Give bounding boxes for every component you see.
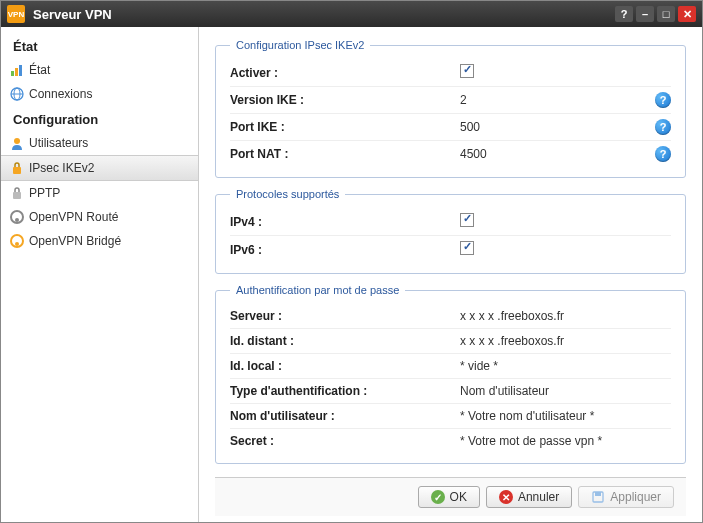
ok-button[interactable]: ✓ OK [418,486,480,508]
label-local-id: Id. local : [230,359,460,373]
row-ike-version: Version IKE : 2 ? [230,87,671,114]
sidebar-item-label: IPsec IKEv2 [29,161,94,175]
fieldset-auth: Authentification par mot de passe Serveu… [215,284,686,464]
ok-icon: ✓ [431,490,445,504]
label-secret: Secret : [230,434,460,448]
sidebar-item-label: OpenVPN Bridgé [29,234,121,248]
sidebar-item-ovpn-route[interactable]: OpenVPN Routé [1,205,198,229]
sidebar-item-users[interactable]: Utilisateurs [1,131,198,155]
legend-ipsec: Configuration IPsec IKEv2 [230,39,370,51]
sidebar-item-label: État [29,63,50,77]
window-title: Serveur VPN [33,7,612,22]
sidebar-item-connections[interactable]: Connexions [1,82,198,106]
svg-point-10 [15,218,19,222]
sidebar-item-state[interactable]: État [1,58,198,82]
cancel-label: Annuler [518,490,559,504]
cancel-button[interactable]: ✕ Annuler [486,486,572,508]
svg-rect-0 [11,71,14,76]
ovpn-orange-icon [9,233,25,249]
row-activate: Activer : [230,59,671,87]
help-icon[interactable]: ? [655,146,671,162]
label-nat-port: Port NAT : [230,147,460,161]
sidebar-item-label: PPTP [29,186,60,200]
close-button[interactable]: ✕ [678,6,696,22]
user-icon [9,135,25,151]
apply-icon [591,490,605,504]
legend-auth: Authentification par mot de passe [230,284,405,296]
label-username: Nom d'utilisateur : [230,409,460,423]
ovpn-icon [9,209,25,225]
row-remote-id: Id. distant : x x x x .freeboxos.fr [230,329,671,354]
value-ike-port: 500 [460,120,649,134]
row-nat-port: Port NAT : 4500 ? [230,141,671,167]
lock-grey-icon [9,185,25,201]
value-ike-version: 2 [460,93,649,107]
label-remote-id: Id. distant : [230,334,460,348]
label-ipv4: IPv4 : [230,215,460,229]
cancel-icon: ✕ [499,490,513,504]
sidebar-item-label: Connexions [29,87,92,101]
row-server: Serveur : x x x x .freeboxos.fr [230,304,671,329]
lock-icon [9,160,25,176]
window-body: État État Connexions Configuration Utili… [1,27,702,522]
svg-rect-2 [19,65,22,76]
sidebar-item-ovpn-bridge[interactable]: OpenVPN Bridgé [1,229,198,253]
label-activate: Activer : [230,66,460,80]
sidebar-item-ipsec[interactable]: IPsec IKEv2 [1,155,198,181]
content-area: Configuration IPsec IKEv2 Activer : Vers… [199,27,702,522]
app-icon: VPN [7,5,25,23]
label-ike-port: Port IKE : [230,120,460,134]
legend-protocols: Protocoles supportés [230,188,345,200]
sidebar-item-label: Utilisateurs [29,136,88,150]
checkbox-ipv4[interactable] [460,213,474,227]
checkbox-activate[interactable] [460,64,474,78]
fieldset-ipsec: Configuration IPsec IKEv2 Activer : Vers… [215,39,686,178]
svg-point-6 [14,138,20,144]
value-remote-id: x x x x .freeboxos.fr [460,334,671,348]
label-server: Serveur : [230,309,460,323]
apply-label: Appliquer [610,490,661,504]
row-username: Nom d'utilisateur : * Votre nom d'utilis… [230,404,671,429]
chart-icon [9,62,25,78]
label-auth-type: Type d'authentification : [230,384,460,398]
value-server: x x x x .freeboxos.fr [460,309,671,323]
globe-icon [9,86,25,102]
ok-label: OK [450,490,467,504]
sidebar-section-state: État [1,33,198,58]
svg-point-12 [15,242,19,246]
sidebar-item-pptp[interactable]: PPTP [1,181,198,205]
value-auth-type: Nom d'utilisateur [460,384,671,398]
minimize-button[interactable]: – [636,6,654,22]
label-ipv6: IPv6 : [230,243,460,257]
value-local-id: * vide * [460,359,671,373]
help-icon[interactable]: ? [655,119,671,135]
app-window: VPN Serveur VPN ? – □ ✕ État État Connex… [0,0,703,523]
sidebar: État État Connexions Configuration Utili… [1,27,199,522]
svg-rect-8 [13,192,21,199]
label-ike-version: Version IKE : [230,93,460,107]
value-secret: * Votre mot de passe vpn * [460,434,671,448]
fieldset-protocols: Protocoles supportés IPv4 : IPv6 : [215,188,686,274]
value-username: * Votre nom d'utilisateur * [460,409,671,423]
row-ike-port: Port IKE : 500 ? [230,114,671,141]
value-nat-port: 4500 [460,147,649,161]
checkbox-ipv6[interactable] [460,241,474,255]
row-local-id: Id. local : * vide * [230,354,671,379]
svg-rect-1 [15,68,18,76]
row-ipv4: IPv4 : [230,208,671,236]
titlebar: VPN Serveur VPN ? – □ ✕ [1,1,702,27]
footer: ✓ OK ✕ Annuler Appliquer [215,477,686,516]
sidebar-section-config: Configuration [1,106,198,131]
row-secret: Secret : * Votre mot de passe vpn * [230,429,671,453]
help-button[interactable]: ? [615,6,633,22]
row-ipv6: IPv6 : [230,236,671,263]
maximize-button[interactable]: □ [657,6,675,22]
help-icon[interactable]: ? [655,92,671,108]
row-auth-type: Type d'authentification : Nom d'utilisat… [230,379,671,404]
sidebar-item-label: OpenVPN Routé [29,210,118,224]
apply-button[interactable]: Appliquer [578,486,674,508]
svg-rect-14 [595,492,601,496]
svg-rect-7 [13,167,21,174]
